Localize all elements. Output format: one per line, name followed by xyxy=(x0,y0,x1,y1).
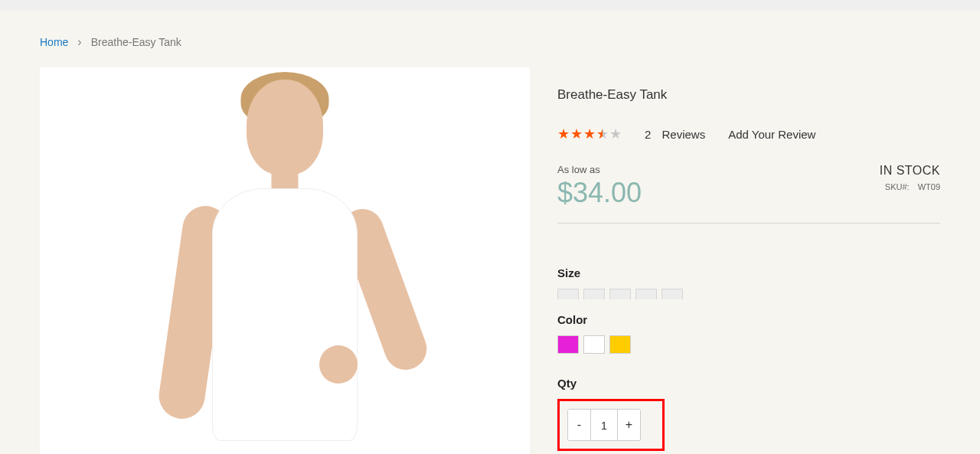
breadcrumb-current: Breathe-Easy Tank xyxy=(91,36,181,48)
color-swatch-white[interactable] xyxy=(583,335,605,354)
star-icon: ★ xyxy=(570,127,583,141)
qty-increment-button[interactable]: + xyxy=(617,410,640,440)
sku-label: SKU#: xyxy=(885,182,910,191)
stock-status: IN STOCK xyxy=(880,164,940,178)
qty-label: Qty xyxy=(557,377,940,390)
size-swatch-xl[interactable]: XL xyxy=(662,289,683,299)
sku-value: WT09 xyxy=(918,182,940,191)
as-low-as-label: As low as xyxy=(557,164,642,175)
qty-section: Qty - + xyxy=(557,377,940,451)
options: Size XS S M L XL Color xyxy=(557,266,940,454)
star-icon: ★ xyxy=(557,127,570,141)
add-review-link[interactable]: Add Your Review xyxy=(728,128,815,141)
star-icon: ★ xyxy=(583,127,596,141)
color-section: Color xyxy=(557,313,940,354)
breadcrumb: Home › Breathe-Easy Tank xyxy=(40,11,940,67)
qty-highlight-box: - + xyxy=(557,399,665,451)
color-swatch-yellow[interactable] xyxy=(609,335,631,354)
chevron-right-icon: › xyxy=(77,35,81,49)
stock-column: IN STOCK SKU#: WT09 xyxy=(880,164,940,191)
product-image[interactable] xyxy=(40,67,530,454)
reviews-link[interactable]: 2 Reviews xyxy=(645,128,705,141)
price-stock-row: As low as $34.00 IN STOCK SKU#: WT09 xyxy=(557,164,940,224)
model-figure xyxy=(158,73,411,454)
color-label: Color xyxy=(557,313,940,326)
size-swatch-s[interactable]: S xyxy=(583,289,605,299)
star-half-icon: ★ xyxy=(596,127,609,141)
page-container: Home › Breathe-Easy Tank Breathe-Easy Ta… xyxy=(0,11,980,454)
product-info: Breathe-Easy Tank ★ ★ ★ ★ ★ 2 Reviews Ad… xyxy=(557,67,940,454)
size-swatch-l[interactable]: L xyxy=(635,289,657,299)
sku-line: SKU#: WT09 xyxy=(880,182,940,191)
qty-decrement-button[interactable]: - xyxy=(568,410,591,440)
color-swatches xyxy=(557,335,940,354)
star-empty-icon: ★ xyxy=(609,127,622,141)
size-swatch-xs[interactable]: XS xyxy=(557,289,579,299)
qty-input[interactable] xyxy=(591,410,617,440)
top-band xyxy=(0,0,980,11)
size-swatch-m[interactable]: M xyxy=(609,289,631,299)
product-title: Breathe-Easy Tank xyxy=(557,87,940,103)
reviews-count: 2 xyxy=(645,128,651,141)
color-swatch-purple[interactable] xyxy=(557,335,579,354)
size-swatches: XS S M L XL xyxy=(557,289,940,299)
rating-row: ★ ★ ★ ★ ★ 2 Reviews Add Your Review xyxy=(557,127,940,141)
product-content: Breathe-Easy Tank ★ ★ ★ ★ ★ 2 Reviews Ad… xyxy=(40,67,940,454)
reviews-label: Reviews xyxy=(662,128,706,141)
breadcrumb-home-link[interactable]: Home xyxy=(40,36,68,48)
product-price: $34.00 xyxy=(557,177,642,209)
price-column: As low as $34.00 xyxy=(557,164,642,209)
quantity-stepper: - + xyxy=(567,409,641,441)
size-label: Size xyxy=(557,266,940,279)
star-rating: ★ ★ ★ ★ ★ xyxy=(557,127,622,141)
